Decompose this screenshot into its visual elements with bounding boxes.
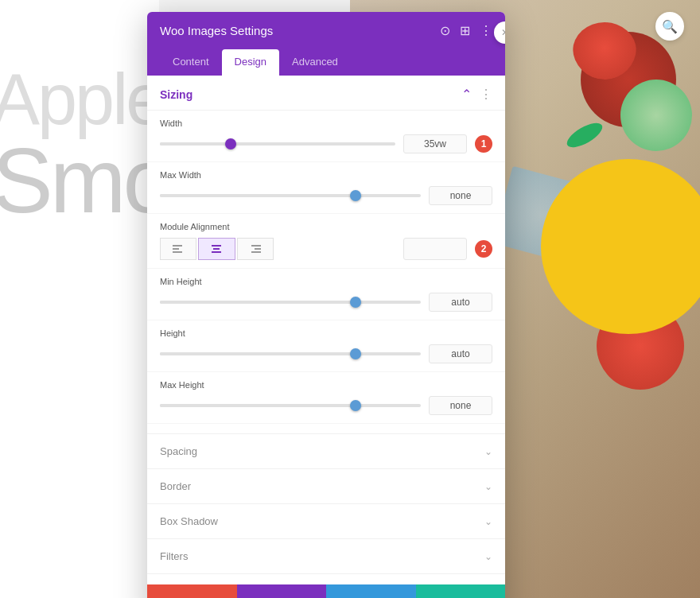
border-chevron: ⌄ (484, 481, 492, 492)
box-shadow-chevron: ⌄ (484, 516, 492, 527)
alignment-badge: 2 (475, 240, 492, 258)
min-height-slider-thumb[interactable] (350, 297, 361, 308)
grid-icon[interactable]: ⊞ (460, 23, 470, 38)
filters-label: Filters (160, 550, 188, 562)
save-button[interactable]: ✓ (416, 584, 506, 598)
width-badge: 1 (475, 135, 492, 153)
undo-icon: ↺ (276, 595, 286, 599)
sizing-section-header: Sizing ⌃ ⋮ (147, 76, 505, 111)
settings-panel: ✕ Woo Images Settings ⊙ ⊞ ⋮ Content Desi… (147, 12, 505, 598)
svg-rect-2 (173, 251, 182, 253)
svg-rect-8 (251, 251, 261, 253)
min-height-control (160, 293, 492, 312)
section-header-controls: ⌃ ⋮ (461, 87, 492, 102)
max-height-setting: Max Height (147, 372, 505, 424)
transform-section[interactable]: Transform ⌄ (147, 573, 505, 584)
max-width-slider-fill (160, 194, 356, 197)
svg-rect-6 (251, 245, 261, 247)
cancel-icon: ✕ (187, 595, 197, 599)
tab-content[interactable]: Content (160, 49, 222, 76)
border-label: Border (160, 480, 191, 492)
svg-rect-1 (173, 248, 179, 250)
spacer (147, 424, 505, 433)
search-button[interactable]: 🔍 (655, 12, 684, 41)
height-slider-thumb[interactable] (350, 348, 361, 359)
header-icons: ⊙ ⊞ ⋮ (440, 23, 492, 38)
tab-advanced[interactable]: Advanced (279, 49, 351, 76)
save-icon: ✓ (455, 595, 465, 599)
tab-design[interactable]: Design (222, 49, 279, 76)
max-height-value-input[interactable] (429, 396, 492, 415)
search-icon: 🔍 (662, 19, 678, 34)
close-icon: ✕ (501, 27, 505, 38)
max-height-control (160, 396, 492, 415)
width-label: Width (160, 118, 492, 128)
max-width-control (160, 186, 492, 205)
svg-rect-7 (255, 248, 261, 250)
max-width-value-input[interactable] (429, 186, 492, 205)
align-left-button[interactable] (160, 238, 196, 260)
alignment-label: Module Alignment (160, 222, 492, 231)
modal-footer: ✕ ↺ ↻ ✓ (147, 584, 505, 598)
spacing-section[interactable]: Spacing ⌄ (147, 433, 505, 468)
height-slider-fill (160, 352, 356, 355)
max-height-slider-thumb[interactable] (350, 400, 361, 411)
section-more-icon[interactable]: ⋮ (480, 87, 492, 102)
align-center-button[interactable] (198, 238, 235, 260)
spacing-label: Spacing (160, 445, 197, 457)
redo-icon: ↻ (366, 595, 376, 599)
min-height-setting: Min Height (147, 269, 505, 320)
spacing-chevron: ⌄ (484, 446, 492, 457)
height-control (160, 344, 492, 363)
min-height-label: Min Height (160, 277, 492, 286)
width-value-input[interactable] (403, 134, 467, 153)
max-height-slider-fill (160, 404, 356, 407)
align-right-button[interactable] (237, 238, 274, 260)
min-height-slider-track[interactable] (160, 301, 421, 304)
min-height-value-input[interactable] (429, 293, 492, 312)
filters-chevron: ⌄ (484, 551, 492, 562)
svg-rect-4 (213, 248, 220, 250)
redo-button[interactable]: ↻ (326, 584, 416, 598)
alignment-buttons (160, 238, 274, 260)
height-setting: Height (147, 320, 505, 372)
height-slider-track[interactable] (160, 352, 421, 355)
svg-rect-5 (212, 251, 221, 253)
svg-rect-3 (212, 245, 221, 247)
max-width-setting: Max Width (147, 162, 505, 214)
width-slider-track[interactable] (160, 142, 395, 146)
width-slider-thumb[interactable] (225, 138, 236, 150)
min-height-slider-fill (160, 301, 356, 304)
max-height-label: Max Height (160, 380, 492, 390)
max-width-slider-thumb[interactable] (350, 190, 361, 201)
width-setting: Width 1 (147, 111, 505, 162)
modal-body: Sizing ⌃ ⋮ Width 1 Max Width (147, 76, 505, 584)
width-slider-fill (160, 142, 231, 146)
alignment-setting: Module Alignment 2 (147, 214, 505, 269)
max-width-label: Max Width (160, 170, 492, 180)
box-shadow-label: Box Shadow (160, 515, 218, 527)
svg-rect-0 (173, 245, 182, 247)
height-value-input[interactable] (429, 344, 492, 363)
more-icon[interactable]: ⋮ (480, 23, 492, 38)
collapse-icon[interactable]: ⌃ (461, 87, 472, 102)
cancel-button[interactable]: ✕ (147, 584, 237, 598)
border-section[interactable]: Border ⌄ (147, 468, 505, 503)
tabs-bar: Content Design Advanced (147, 49, 505, 76)
box-shadow-section[interactable]: Box Shadow ⌄ (147, 503, 505, 538)
modal-header: Woo Images Settings ⊙ ⊞ ⋮ (147, 12, 505, 49)
height-label: Height (160, 328, 492, 338)
max-width-slider-track[interactable] (160, 194, 421, 197)
modal-title: Woo Images Settings (160, 24, 273, 37)
alignment-control: 2 (160, 238, 492, 260)
filters-section[interactable]: Filters ⌄ (147, 538, 505, 573)
undo-button[interactable]: ↺ (237, 584, 327, 598)
section-title: Sizing (160, 88, 192, 101)
width-control: 1 (160, 134, 492, 153)
target-icon[interactable]: ⊙ (440, 23, 450, 38)
max-height-slider-track[interactable] (160, 404, 421, 407)
